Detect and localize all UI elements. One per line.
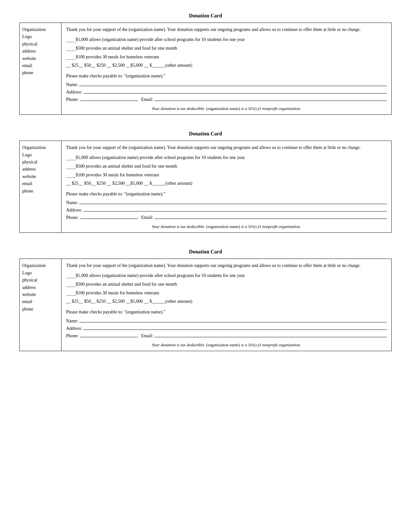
org-line4: address — [22, 48, 59, 55]
phone-label-1: Phone: — [66, 97, 79, 102]
org-line7: phone — [22, 306, 59, 313]
address-underline-3 — [83, 330, 387, 330]
donation-line-1-3: $100 provides 30 meals for homeless vete… — [66, 54, 387, 60]
email-group-3: Email: — [141, 333, 387, 339]
phone-underline-2 — [80, 219, 138, 219]
org-line4: address — [22, 284, 59, 291]
phone-label-3: Phone: — [66, 333, 79, 339]
org-line1: Organization — [22, 262, 59, 269]
address-field-1: Address: — [66, 90, 387, 95]
email-group-1: Email: — [141, 97, 387, 102]
tax-org-3: (organization name) — [206, 342, 241, 347]
name-label-2: Name: — [66, 200, 78, 205]
name-label-3: Name: — [66, 319, 78, 324]
address-label-3: Address: — [66, 326, 82, 331]
org-line7: phone — [22, 69, 59, 76]
org-line3: physical — [22, 159, 59, 166]
name-field-2: Name: — [66, 200, 387, 205]
org-line3: physical — [22, 41, 59, 48]
donation-line-2-2: $500 provides an animal shelter and food… — [66, 163, 387, 170]
donation-line-3-3: $100 provides 30 meals for homeless vete… — [66, 290, 387, 296]
org-line3: physical — [22, 277, 59, 284]
email-label-3: Email: — [141, 333, 153, 339]
org-line5: website — [22, 291, 59, 298]
tax-note-2: Your donation is tax deductible. (organi… — [66, 224, 387, 229]
card-content-2: Thank you for your support of the (organ… — [62, 141, 391, 232]
card-content-1: Thank you for your support of the (organ… — [62, 23, 391, 114]
card-body-1: Organization Logo physical address websi… — [19, 23, 392, 115]
email-group-2: Email: — [141, 215, 387, 220]
tax-italic-1: Your donation is tax deductible. — [152, 106, 205, 111]
tax-italic2-2: is a 501(c)3 nonprofit organization. — [241, 224, 301, 229]
tax-italic2-1: is a 501(c)3 nonprofit organization. — [241, 106, 301, 111]
intro-text-2: Thank you for your support of the (organ… — [66, 144, 387, 151]
name-underline-2 — [79, 204, 387, 204]
tax-note-3: Your donation is tax deductible. (organi… — [66, 342, 387, 348]
tax-note-1: Your donation is tax deductible. (organi… — [66, 106, 387, 111]
address-field-3: Address: — [66, 326, 387, 331]
org-line7: phone — [22, 188, 59, 195]
org-line2: Logo — [22, 270, 59, 277]
address-label-1: Address: — [66, 90, 82, 95]
email-underline-1 — [154, 101, 387, 101]
donation-line-3-1: $1,000 allows (organization name) provid… — [66, 272, 387, 279]
email-label-2: Email: — [141, 215, 153, 220]
address-underline-1 — [83, 93, 387, 94]
phone-underline-3 — [80, 337, 138, 337]
org-logo-box-2: Organization Logo physical address websi… — [20, 141, 62, 232]
card-content-3: Thank you for your support of the (organ… — [62, 259, 391, 350]
page-container: Donation Card Organization Logo physical… — [19, 13, 392, 351]
amount-row-2: __ $25__ $50__ $250 __ $2,500 __$5,000 _… — [66, 181, 387, 186]
phone-label-2: Phone: — [66, 215, 79, 220]
card-title-2: Donation Card — [19, 131, 392, 137]
check-info-3: Please make checks payable to: "(organiz… — [66, 308, 387, 316]
check-info-1: Please make checks payable to: "(organiz… — [66, 72, 387, 80]
address-field-2: Address: — [66, 208, 387, 213]
address-underline-2 — [83, 211, 387, 212]
donation-line-1-1: $1,000 allows (organization name) provid… — [66, 36, 387, 43]
donation-card-3: Donation Card Organization Logo physical… — [19, 249, 392, 351]
name-field-3: Name: — [66, 319, 387, 324]
name-label-1: Name: — [66, 82, 78, 87]
card-title-3: Donation Card — [19, 249, 392, 255]
donation-card-2: Donation Card Organization Logo physical… — [19, 131, 392, 233]
org-line6: email — [22, 298, 59, 305]
phone-email-row-2: Phone: Email: — [66, 215, 387, 220]
donation-line-3-2: $500 provides an animal shelter and food… — [66, 281, 387, 288]
phone-email-row-3: Phone: Email: — [66, 333, 387, 339]
org-line4: address — [22, 166, 59, 173]
donation-card-1: Donation Card Organization Logo physical… — [19, 13, 392, 115]
card-title-1: Donation Card — [19, 13, 392, 19]
org-line6: email — [22, 180, 59, 187]
address-label-2: Address: — [66, 208, 82, 213]
donation-line-1-2: $500 provides an animal shelter and food… — [66, 45, 387, 52]
org-line1: Organization — [22, 144, 59, 151]
card-body-2: Organization Logo physical address websi… — [19, 141, 392, 233]
email-underline-3 — [154, 337, 387, 337]
name-underline-3 — [79, 322, 387, 322]
donation-line-2-3: $100 provides 30 meals for homeless vete… — [66, 172, 387, 178]
org-logo-box-3: Organization Logo physical address websi… — [20, 259, 62, 350]
phone-group-2: Phone: — [66, 215, 138, 220]
name-underline-1 — [79, 86, 387, 86]
org-line5: website — [22, 173, 59, 180]
email-label-1: Email: — [141, 97, 153, 102]
tax-italic-2: Your donation is tax deductible. — [152, 224, 205, 229]
name-field-1: Name: — [66, 82, 387, 87]
amount-row-3: __ $25__ $50__ $250 __ $2,500 __$5,000 _… — [66, 299, 387, 304]
org-line2: Logo — [22, 33, 59, 40]
org-logo-box-1: Organization Logo physical address websi… — [20, 23, 62, 114]
org-line6: email — [22, 62, 59, 69]
phone-email-row-1: Phone: Email: — [66, 97, 387, 102]
donation-line-2-1: $1,000 allows (organization name) provid… — [66, 154, 387, 161]
org-line5: website — [22, 55, 59, 62]
phone-group-1: Phone: — [66, 97, 138, 102]
tax-italic2-3: is a 501(c)3 nonprofit organization. — [241, 342, 301, 347]
org-line1: Organization — [22, 26, 59, 33]
phone-underline-1 — [80, 101, 138, 101]
amount-row-1: __ $25__ $50__ $250 __ $2,500 __$5,000 _… — [66, 63, 387, 68]
phone-group-3: Phone: — [66, 333, 138, 339]
tax-org-2: (organization name) — [206, 224, 241, 229]
check-info-2: Please make checks payable to: "(organiz… — [66, 190, 387, 198]
email-underline-2 — [154, 219, 387, 219]
